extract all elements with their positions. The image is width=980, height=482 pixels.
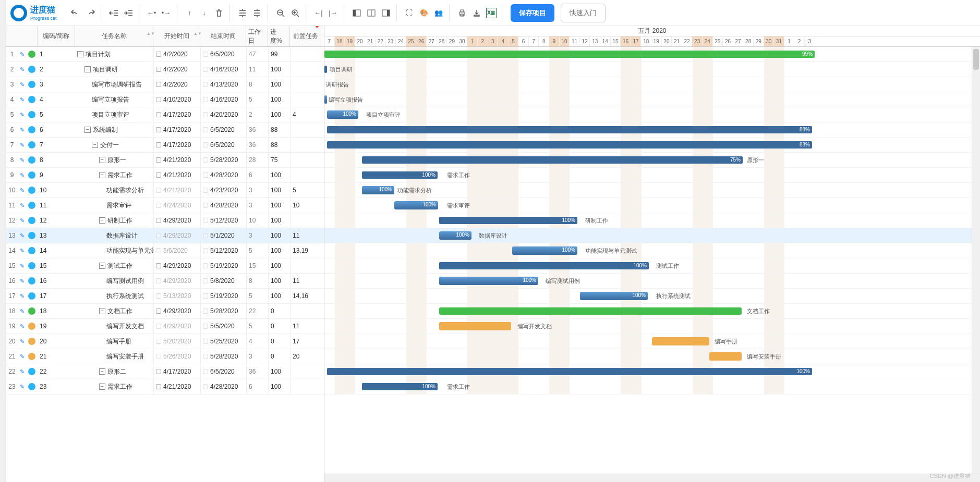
task-predecessor[interactable] bbox=[290, 92, 321, 107]
scroll-right-icon[interactable]: |→ bbox=[328, 8, 338, 18]
task-start[interactable]: 5/6/2020 bbox=[153, 243, 200, 258]
edit-icon[interactable]: ✎ bbox=[18, 92, 26, 107]
task-end[interactable]: 5/28/2020 bbox=[200, 304, 246, 318]
task-row[interactable]: 23 ✎ 23 −需求工作 4/21/2020 4/28/2020 6 100 bbox=[6, 379, 324, 394]
task-name[interactable]: 编写手册 bbox=[75, 334, 153, 349]
gantt-row[interactable]: 100%项目立项审评 bbox=[324, 107, 980, 122]
task-predecessor[interactable]: 14,16 bbox=[290, 289, 321, 303]
task-row[interactable]: 1 ✎ 1 −项目计划 4/2/2020 6/5/2020 47 99 bbox=[6, 47, 324, 62]
task-start[interactable]: 4/29/2020 bbox=[153, 258, 200, 273]
task-name[interactable]: 编写立项报告 bbox=[75, 92, 153, 107]
task-start[interactable]: 5/20/2020 bbox=[153, 334, 200, 349]
gantt-row[interactable]: 编写手册 bbox=[324, 334, 980, 349]
move-up-icon[interactable]: ↑ bbox=[185, 8, 195, 18]
excel-icon[interactable]: X≣ bbox=[486, 8, 497, 18]
task-progress[interactable]: 100 bbox=[268, 62, 290, 77]
task-row[interactable]: 19 ✎ 19 编写开发文档 4/29/2020 5/5/2020 5 0 11 bbox=[6, 319, 324, 334]
task-end[interactable]: 5/19/2020 bbox=[200, 258, 246, 273]
palette-icon[interactable]: 🎨 bbox=[419, 8, 429, 18]
tree-toggle-icon[interactable]: − bbox=[99, 263, 105, 269]
task-row[interactable]: 16 ✎ 16 编写测试用例 4/29/2020 5/8/2020 8 100 … bbox=[6, 274, 324, 289]
task-name[interactable]: 项目立项审评 bbox=[75, 107, 153, 122]
outdent-icon[interactable] bbox=[108, 8, 119, 18]
task-start[interactable]: 4/17/2020 bbox=[153, 107, 200, 122]
gantt-row[interactable]: 编写立项报告 bbox=[324, 92, 980, 107]
gantt-bar[interactable]: 99% bbox=[324, 51, 815, 58]
gantt-row[interactable]: 100%测试工作 bbox=[324, 258, 980, 274]
gantt-row[interactable]: 99% bbox=[324, 47, 980, 62]
task-id[interactable]: 7 bbox=[38, 138, 75, 152]
gantt-bar[interactable]: 100% bbox=[362, 171, 438, 179]
tree-toggle-icon[interactable]: − bbox=[92, 142, 98, 148]
task-end[interactable]: 5/28/2020 bbox=[200, 153, 246, 167]
horizontal-scrollbar[interactable] bbox=[324, 474, 980, 482]
task-name[interactable]: 编写测试用例 bbox=[75, 274, 153, 288]
task-name[interactable]: −项目调研 bbox=[75, 62, 153, 77]
task-end[interactable]: 5/28/2020 bbox=[200, 349, 246, 364]
gantt-bar[interactable] bbox=[652, 337, 709, 345]
task-end[interactable]: 4/16/2020 bbox=[200, 92, 246, 107]
task-start[interactable]: 4/29/2020 bbox=[153, 228, 200, 243]
tree-toggle-icon[interactable]: − bbox=[99, 368, 105, 375]
edit-icon[interactable]: ✎ bbox=[18, 183, 26, 197]
task-progress[interactable]: 0 bbox=[268, 349, 290, 364]
task-end[interactable]: 6/5/2020 bbox=[200, 122, 246, 137]
task-name[interactable]: 编写市场调研报告 bbox=[75, 77, 153, 92]
task-progress[interactable]: 75 bbox=[268, 153, 290, 167]
edit-icon[interactable]: ✎ bbox=[18, 107, 26, 122]
task-end[interactable]: 5/12/2020 bbox=[200, 243, 246, 258]
task-id[interactable]: 20 bbox=[38, 334, 75, 349]
edit-icon[interactable]: ✎ bbox=[18, 304, 26, 318]
task-progress[interactable]: 100 bbox=[268, 213, 290, 228]
edit-icon[interactable]: ✎ bbox=[18, 243, 26, 258]
task-start[interactable]: 4/2/2020 bbox=[153, 77, 200, 92]
task-row[interactable]: 7 ✎ 7 −交付一 4/17/2020 6/5/2020 36 88 bbox=[6, 138, 324, 153]
left-link-icon[interactable]: ←• bbox=[147, 8, 157, 18]
expand-all-icon[interactable] bbox=[252, 8, 262, 18]
task-start[interactable]: 4/2/2020 bbox=[153, 62, 200, 77]
edit-icon[interactable]: ✎ bbox=[18, 379, 26, 394]
task-progress[interactable]: 100 bbox=[268, 183, 290, 197]
task-predecessor[interactable] bbox=[290, 153, 321, 167]
task-name[interactable]: 需求审评 bbox=[75, 198, 153, 213]
task-row[interactable]: 13 ✎ 13 数据库设计 4/29/2020 5/1/2020 3 100 1… bbox=[6, 228, 324, 243]
undo-icon[interactable] bbox=[70, 8, 81, 18]
task-row[interactable]: 5 ✎ 5 项目立项审评 4/17/2020 4/20/2020 2 100 4 bbox=[6, 107, 324, 122]
gantt-row[interactable]: 75%原形一 bbox=[324, 153, 980, 168]
team-icon[interactable]: 👥 bbox=[433, 8, 444, 18]
task-id[interactable]: 16 bbox=[38, 274, 75, 288]
task-end[interactable]: 4/28/2020 bbox=[200, 379, 246, 394]
task-predecessor[interactable] bbox=[290, 77, 321, 92]
tree-toggle-icon[interactable]: − bbox=[99, 308, 105, 314]
task-end[interactable]: 4/13/2020 bbox=[200, 77, 246, 92]
edit-icon[interactable]: ✎ bbox=[18, 122, 26, 137]
gantt-row[interactable]: 88% bbox=[324, 138, 980, 153]
edit-icon[interactable]: ✎ bbox=[18, 364, 26, 379]
task-progress[interactable]: 99 bbox=[268, 47, 290, 61]
task-start[interactable]: 5/13/2020 bbox=[153, 289, 200, 303]
task-predecessor[interactable]: 20 bbox=[290, 349, 321, 364]
gantt-row[interactable]: 编写安装手册 bbox=[324, 349, 980, 364]
task-end[interactable]: 5/1/2020 bbox=[200, 228, 246, 243]
task-start[interactable]: 4/2/2020 bbox=[153, 47, 200, 61]
redo-icon[interactable] bbox=[85, 8, 95, 18]
task-name[interactable]: 功能实现与单元测试 bbox=[75, 243, 153, 258]
task-end[interactable]: 5/12/2020 bbox=[200, 213, 246, 228]
gantt-bar[interactable]: 100% bbox=[512, 246, 577, 255]
task-start[interactable]: 4/21/2020 bbox=[153, 379, 200, 394]
edit-icon[interactable]: ✎ bbox=[18, 62, 26, 77]
task-progress[interactable]: 100 bbox=[268, 92, 290, 107]
task-end[interactable]: 4/23/2020 bbox=[200, 183, 246, 197]
task-start[interactable]: 4/29/2020 bbox=[153, 319, 200, 333]
right-link-icon[interactable]: •→ bbox=[161, 8, 172, 18]
col-name[interactable]: 任务名称▲▼ bbox=[75, 26, 153, 46]
task-progress[interactable]: 0 bbox=[268, 334, 290, 349]
task-row[interactable]: 8 ✎ 8 −原形一 4/21/2020 5/28/2020 28 75 bbox=[6, 153, 324, 168]
task-name[interactable]: −需求工作 bbox=[75, 168, 153, 182]
vertical-scrollbar[interactable] bbox=[972, 47, 980, 482]
gantt-bar[interactable]: 75% bbox=[362, 156, 743, 164]
task-predecessor[interactable]: 13,19 bbox=[290, 243, 321, 258]
task-predecessor[interactable]: 11 bbox=[290, 274, 321, 288]
task-name[interactable]: −原形一 bbox=[75, 153, 153, 167]
gantt-row[interactable]: 100%需求工作 bbox=[324, 379, 980, 394]
